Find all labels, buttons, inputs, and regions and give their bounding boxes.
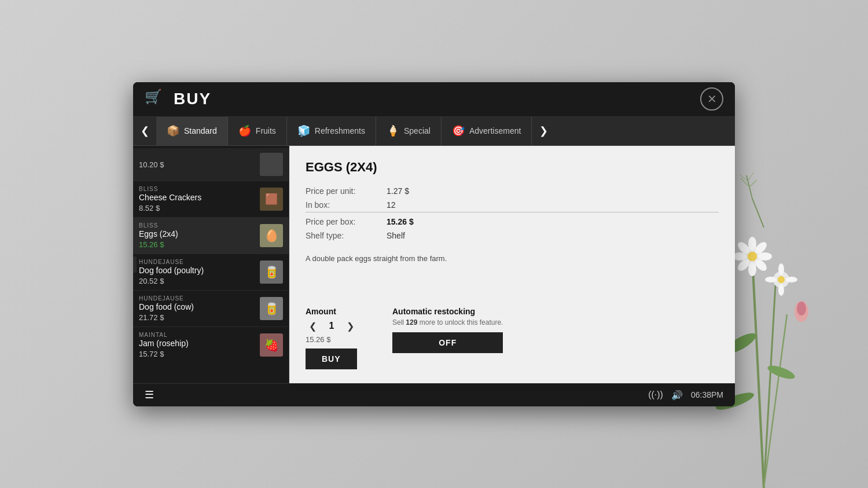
auto-restock-section: Automatic restocking Sell 129 more to un…: [392, 307, 503, 353]
list-item[interactable]: HUNDEJAUSE Dog food (poultry) 20.52 $ 🥫: [133, 254, 289, 291]
status-bar: ☰ ((·)) 🔊 06:38PM: [133, 383, 735, 406]
field-label: In box:: [306, 198, 387, 212]
content-area: ❯ 10.20 $ BLISS Cheese Crackers 8.52 $ 🟫: [133, 146, 735, 383]
tabs-right-arrow[interactable]: ❯: [532, 117, 555, 145]
svg-point-25: [797, 302, 806, 315]
page-title: BUY: [174, 90, 700, 108]
svg-point-23: [778, 276, 785, 283]
svg-point-9: [748, 262, 756, 276]
amount-value: 1: [326, 321, 337, 331]
svg-point-21: [765, 277, 777, 282]
product-thumbnail: 🥫: [260, 260, 283, 284]
svg-line-2: [764, 314, 787, 488]
product-thumbnail: [260, 153, 283, 176]
table-row: Shelf type: Shelf: [306, 229, 719, 243]
auto-restock-label: Automatic restocking: [392, 307, 503, 316]
product-thumbnail: 🍓: [260, 333, 283, 357]
detail-title: EGGS (2X4): [306, 160, 719, 175]
table-row: In box: 12: [306, 198, 719, 212]
svg-line-1: [764, 285, 775, 488]
tab-special[interactable]: 🍦 Special: [376, 117, 442, 145]
amount-decrease-button[interactable]: ❮: [306, 320, 320, 333]
auto-restock-sublabel: Sell 129 more to unlock this feature.: [392, 318, 503, 326]
product-list: ❯ 10.20 $ BLISS Cheese Crackers 8.52 $ 🟫: [133, 146, 289, 383]
svg-line-31: [748, 173, 753, 181]
tab-refreshments[interactable]: 🧊 Refreshments: [287, 117, 376, 145]
detail-table: Price per unit: 1.27 $ In box: 12 Price …: [306, 184, 719, 243]
amount-section: Amount ❮ 1 ❯ 15.26 $ BUY: [306, 307, 358, 369]
amount-label: Amount: [306, 307, 336, 316]
table-row: Price per unit: 1.27 $: [306, 184, 719, 198]
svg-line-26: [752, 199, 764, 228]
list-item[interactable]: BLISS Cheese Crackers 8.52 $ 🟫: [133, 181, 289, 218]
volume-icon: 🔊: [671, 390, 683, 401]
svg-line-30: [740, 174, 748, 181]
field-label: Price per box:: [306, 212, 387, 229]
svg-point-19: [778, 263, 784, 275]
field-value-bold: 15.26 $: [387, 212, 719, 229]
product-thumbnail: 🥫: [260, 297, 283, 320]
standard-icon: 📦: [167, 124, 179, 137]
auto-restock-number: 129: [406, 318, 417, 326]
main-panel: 🛒 BUY ✕ ❮ 📦 Standard 🍎 Fruits 🧊 Refreshm…: [133, 82, 735, 406]
tab-fruits[interactable]: 🍎 Fruits: [228, 117, 287, 145]
svg-point-11: [758, 252, 772, 260]
svg-point-8: [748, 237, 756, 251]
svg-line-0: [752, 256, 764, 488]
field-label: Price per unit:: [306, 184, 387, 198]
tabs-bar: ❮ 📦 Standard 🍎 Fruits 🧊 Refreshments 🍦 S…: [133, 117, 735, 146]
amount-increase-button[interactable]: ❯: [343, 320, 358, 333]
list-item[interactable]: 10.20 $: [133, 148, 289, 181]
list-item[interactable]: HUNDEJAUSE Dog food (cow) 21.72 $ 🥫: [133, 291, 289, 327]
header: 🛒 BUY ✕: [133, 82, 735, 117]
svg-point-22: [786, 277, 797, 282]
auto-restock-toggle-button[interactable]: OFF: [392, 332, 503, 353]
detail-bottom: Amount ❮ 1 ❯ 15.26 $ BUY Automatic resto…: [306, 307, 719, 369]
fruits-icon: 🍎: [238, 124, 251, 137]
tabs-left-arrow[interactable]: ❮: [133, 117, 156, 145]
tab-advertisement[interactable]: 🎯 Advertisement: [442, 117, 532, 145]
svg-line-29: [749, 180, 757, 187]
product-thumbnail: 🟫: [260, 188, 283, 211]
amount-price: 15.26 $: [306, 335, 330, 344]
tab-standard[interactable]: 📦 Standard: [156, 117, 228, 145]
list-item[interactable]: MAINTAL Jam (rosehip) 15.72 $ 🍓: [133, 327, 289, 363]
detail-description: A double pack eggs straight from the far…: [306, 254, 719, 263]
status-time: 06:38PM: [691, 390, 723, 399]
svg-point-16: [748, 252, 757, 261]
field-label: Shelf type:: [306, 229, 387, 243]
menu-button[interactable]: ☰: [145, 388, 154, 401]
advertisement-icon: 🎯: [452, 124, 465, 137]
wifi-icon: ((·)): [648, 390, 663, 400]
field-value: Shelf: [387, 229, 719, 243]
field-value: 1.27 $: [387, 184, 719, 198]
field-value: 12: [387, 198, 719, 212]
svg-point-20: [778, 284, 784, 296]
close-button[interactable]: ✕: [700, 87, 723, 111]
buy-button[interactable]: BUY: [306, 348, 357, 369]
table-row-separator: Price per box: 15.26 $: [306, 212, 719, 229]
buy-icon: 🛒: [145, 89, 165, 109]
product-detail: EGGS (2X4) Price per unit: 1.27 $ In box…: [289, 146, 735, 383]
list-item-eggs[interactable]: BLISS Eggs (2x4) 15.26 $ 🥚: [133, 218, 289, 254]
list-expand-arrow[interactable]: ❯: [133, 256, 137, 273]
amount-controls: ❮ 1 ❯: [306, 320, 358, 333]
product-thumbnail: 🥚: [260, 224, 283, 247]
refreshments-icon: 🧊: [297, 124, 310, 137]
special-icon: 🍦: [387, 124, 399, 137]
